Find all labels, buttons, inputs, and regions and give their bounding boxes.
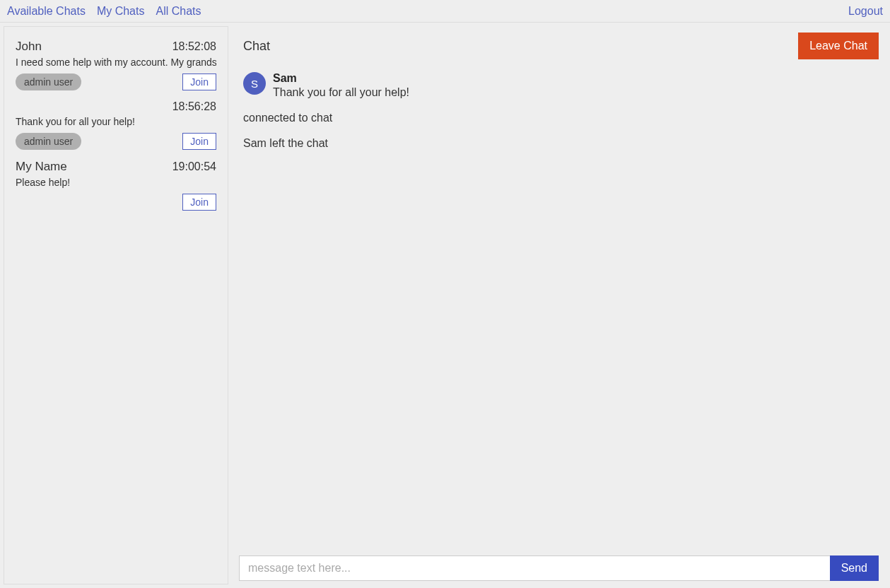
nav-logout[interactable]: Logout xyxy=(848,5,883,18)
send-button[interactable]: Send xyxy=(830,555,879,581)
message-input[interactable] xyxy=(239,555,830,581)
chat-item-preview: I need some help with my account. My gra… xyxy=(16,57,216,68)
chat-item-badge: admin user xyxy=(16,133,81,150)
avatar: S xyxy=(243,72,266,95)
join-button[interactable]: Join xyxy=(182,133,216,150)
chat-item-timestamp: 18:56:28 xyxy=(172,100,216,113)
messages-area: S Sam Thank you for all your help! conne… xyxy=(239,72,879,555)
chat-header: Chat Leave Chat xyxy=(239,30,879,59)
chat-item-timestamp: 19:00:54 xyxy=(172,160,216,173)
system-message: Sam left the chat xyxy=(243,137,879,150)
system-message: connected to chat xyxy=(243,112,879,124)
content: Chat Leave Chat S Sam Thank you for all … xyxy=(232,23,890,588)
chat-list-item[interactable]: John 18:52:08 I need some help with my a… xyxy=(4,34,228,95)
nav-available-chats[interactable]: Available Chats xyxy=(7,5,86,18)
sidebar: John 18:52:08 I need some help with my a… xyxy=(4,26,228,584)
join-button[interactable]: Join xyxy=(182,194,216,211)
chat-item-preview: Please help! xyxy=(16,177,216,188)
chat-item-badge: admin user xyxy=(16,74,81,90)
nav-all-chats[interactable]: All Chats xyxy=(156,5,201,18)
chat-list-item[interactable]: 18:56:28 Thank you for all your help! ad… xyxy=(4,95,228,154)
nav-my-chats[interactable]: My Chats xyxy=(97,5,145,18)
join-button[interactable]: Join xyxy=(182,74,216,90)
chat-message: S Sam Thank you for all your help! xyxy=(243,72,879,99)
message-sender: Sam xyxy=(273,72,409,85)
chat-item-name: My Name xyxy=(16,160,67,174)
chat-list-item[interactable]: My Name 19:00:54 Please help! Join xyxy=(4,154,228,215)
message-text: Thank you for all your help! xyxy=(273,86,409,99)
navbar: Available Chats My Chats All Chats Logou… xyxy=(0,0,890,23)
composer: Send xyxy=(239,555,879,581)
chat-item-preview: Thank you for all your help! xyxy=(16,116,216,127)
navbar-left: Available Chats My Chats All Chats xyxy=(7,5,201,18)
chat-item-timestamp: 18:52:08 xyxy=(172,40,216,53)
leave-chat-button[interactable]: Leave Chat xyxy=(798,33,879,59)
chat-title: Chat xyxy=(243,39,270,54)
main: John 18:52:08 I need some help with my a… xyxy=(0,23,890,588)
chat-item-name: John xyxy=(16,40,42,54)
